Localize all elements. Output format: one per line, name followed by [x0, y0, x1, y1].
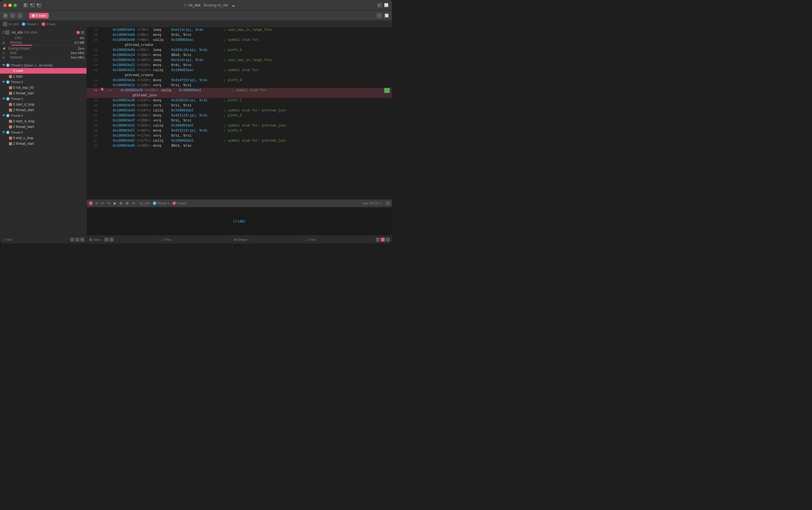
cpu-row: □ CPU 0% [2, 36, 84, 40]
layout-button[interactable]: ⬜ [384, 3, 389, 7]
sidebar-item-t2-2[interactable]: 2 thread_start [0, 90, 87, 96]
breakpoint-indicator-28 [101, 88, 105, 91]
debug-btn4[interactable]: ⇥ [131, 201, 136, 206]
frame-icon-t4-0 [9, 120, 12, 123]
thread3-label: Thread 3 [11, 97, 23, 100]
back-button[interactable]: ‹ [10, 13, 15, 18]
stop-button[interactable]: ■ [30, 3, 35, 7]
code-content-27: 0x100003e31 <+129>: xorq %rsi, %rsi [105, 83, 390, 88]
clear-btn[interactable] [381, 238, 385, 242]
frame-icon-t3-2 [9, 109, 12, 112]
active-tab[interactable]: 0 main [29, 13, 49, 19]
auto-section: Auto ⌄ [89, 238, 156, 242]
sidebar-item-thread3[interactable]: 3 Thread 3 [0, 96, 87, 101]
run-button[interactable]: ▶ [37, 3, 41, 7]
sidebar-item-t3-0[interactable]: 0 start_d_loop [0, 101, 87, 107]
add-tab-button[interactable]: + [377, 3, 382, 7]
breadcrumb-mt-x64[interactable]: mt_x64 [8, 22, 19, 26]
code-content-26: 0x100003e2a <+122>: movq 0x41ef(%rip), %… [105, 78, 390, 83]
line-num-34: 34 [89, 123, 97, 128]
thread1-queue-label: Thread 1 Queue: c...ad (serial) [11, 64, 53, 67]
sidebar-item-t5-2[interactable]: 2 thread_start [0, 141, 87, 146]
code-content-21: 0x100003e0d <+93>: leaq 0x426c(%rip), %r… [105, 48, 390, 53]
code-line-31: 31 0x100003e43 <+147>: callq 0x100003eb2… [87, 108, 392, 113]
breadcrumb-0main[interactable]: 0 main [46, 22, 55, 26]
expand-icon[interactable] [2, 31, 4, 34]
breadcrumb-sep-1: › [20, 22, 21, 26]
cpu-icon: □ [2, 37, 7, 40]
close-button[interactable] [3, 4, 7, 7]
auto-btn2[interactable] [110, 238, 113, 242]
console-filter-input[interactable] [164, 238, 187, 241]
info-icon [81, 31, 84, 34]
layout-toggle-debug[interactable] [386, 201, 390, 205]
grid-view-button[interactable]: ⊞ [3, 13, 8, 18]
sidebar-item-1start[interactable]: 1 start [0, 73, 87, 79]
sidebar-item-thread4[interactable]: 4 Thread 4 [0, 113, 87, 118]
output-section: All Output ⌄ [234, 238, 301, 241]
sidebar-item-t3-2[interactable]: 2 thread_start [0, 107, 87, 113]
line-num-25: 25 [89, 68, 97, 73]
sidebar-item-0main[interactable]: 0 main [0, 68, 87, 73]
running-label: Running mt_x64 [204, 3, 228, 7]
sidebar-item-thread5[interactable]: 5 Thread 5 [0, 129, 87, 135]
frame-icon-t5-0 [9, 137, 12, 140]
main-area: mt_x64 PID 4594 ! □ CPU 0% [0, 27, 392, 243]
step-into-btn[interactable]: ↩ [100, 201, 105, 206]
thread4-label: Thread 4 [11, 114, 23, 117]
thread2-label: Thread 2 [11, 80, 23, 84]
code-content-20: 0x100003e08 <+88>: callq 0x100003eac ; s… [105, 37, 390, 48]
debug-bc-sep1: › [151, 202, 152, 205]
memory-label: Memory [8, 40, 75, 44]
output-label: All Output [234, 238, 247, 241]
filter-option1[interactable] [70, 238, 74, 242]
sidebar-item-t2-0[interactable]: 0 not_equ_63 [0, 85, 87, 90]
console-layout-btn[interactable] [386, 238, 390, 242]
line-num-35: 35 [89, 128, 97, 133]
minimize-button[interactable] [8, 4, 12, 7]
sidebar-item-thread2[interactable]: 2 Thread 2 [0, 79, 87, 85]
layout2-button[interactable]: ⬜ [384, 13, 389, 18]
step-over-btn[interactable]: ⇥ [94, 201, 98, 206]
filter-option2[interactable] [75, 238, 79, 242]
frame-icon-debug [172, 202, 176, 205]
frame-t2-2-label: 2 thread_start [13, 91, 34, 95]
sidebar-filter-input[interactable] [5, 238, 69, 241]
thread2-icon: 2 [6, 80, 9, 84]
code-content-28: 0x100003e34 <+132>: callq 0x100003eb2 ; … [113, 88, 384, 98]
breadcrumb-thread1[interactable]: Thread 1 [26, 22, 39, 26]
maximize-button[interactable] [13, 4, 17, 7]
debug-bc-thread1: Thread 1 [153, 202, 169, 205]
sidebar-item-thread1[interactable]: 1 Thread 1 Queue: c...ad (serial) [0, 62, 87, 68]
frame-icon-t4-2 [9, 125, 12, 128]
disassembly-view[interactable]: 18 0x100003dfe <+78>: leaq 0xe1(%rip), %… [87, 27, 392, 199]
trash-btn[interactable] [376, 238, 380, 242]
forward-button[interactable]: › [17, 13, 22, 18]
filter-search-icon: ⌕ [2, 238, 4, 242]
code-content-33: 0x100003e4f <+159>: xorq %rsi, %rsi [105, 118, 390, 123]
sidebar-toggle-button[interactable]: ☰ [24, 3, 28, 7]
step-out-btn[interactable]: ↪ [107, 201, 111, 206]
code-content-31: 0x100003e43 <+147>: callq 0x100003eb2 ; … [105, 108, 390, 113]
debug-btn2[interactable]: ⊕ [119, 201, 123, 206]
debug-btn3[interactable]: ⊞ [125, 201, 129, 206]
console-filter-input-2[interactable] [309, 238, 374, 241]
inspector-button[interactable]: ⋮⋮ [377, 13, 382, 18]
code-content-18: 0x100003dfe <+78>: leaq 0xe1(%rip), %rdx… [105, 27, 390, 32]
code-content-24: 0x100003e22 <+114>: movq %rdi, %rcx [105, 63, 390, 68]
sidebar-item-t4-0[interactable]: 0 start_d_loop [0, 118, 87, 124]
code-line-25: 25 0x100003e25 <+117>: callq 0x100003eac… [87, 68, 392, 78]
filter-option3[interactable] [80, 238, 84, 242]
thread-icon-debug [153, 202, 156, 205]
code-content-34: 0x100003e52 <+162>: callq 0x100003eb2 ; … [105, 123, 390, 128]
continue-btn[interactable]: ▶ [113, 201, 117, 206]
line-num-30: 30 [89, 103, 97, 108]
sidebar-item-t4-2[interactable]: 2 thread_start [0, 124, 87, 129]
sidebar-scroll[interactable]: mt_x64 PID 4594 ! □ CPU 0% [0, 27, 87, 235]
titlebar-tab: ⬡ mt_x64 [184, 3, 201, 7]
line-num-24: 24 [89, 63, 97, 68]
sidebar-item-t5-0[interactable]: 0 end_c_loop [0, 135, 87, 141]
code-line-20: 20 0x100003e08 <+88>: callq 0x100003eac … [87, 37, 392, 48]
auto-btn[interactable] [105, 238, 108, 242]
main-window: ☰ ■ ▶ ⬡ mt_x64 Running mt_x64 ☁ + ⬜ ⊞ ‹ … [0, 0, 392, 243]
